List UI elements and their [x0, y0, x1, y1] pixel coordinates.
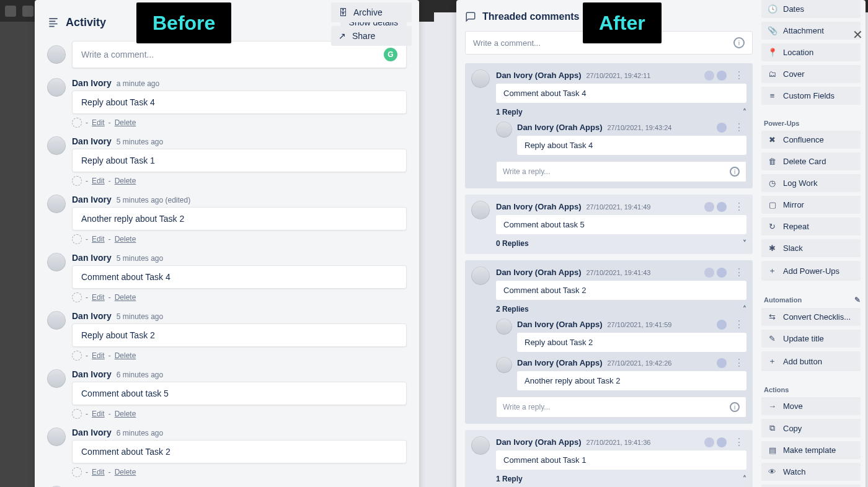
comment-text: Reply about Task 4 [72, 90, 407, 114]
thread-menu-button[interactable]: ⋮ [732, 69, 746, 81]
delete-link[interactable]: Delete [115, 351, 136, 360]
powerup-add-power-ups-button[interactable]: ＋ Add Power-Ups [761, 261, 861, 281]
repeat-icon: ↻ [768, 222, 777, 231]
thread-menu-button[interactable]: ⋮ [732, 436, 746, 448]
edit-link[interactable]: Edit [92, 468, 105, 476]
reaction-icon[interactable] [717, 268, 727, 278]
reply-toggle[interactable]: 1 Reply ˄ [496, 108, 746, 116]
reply-toggle[interactable]: 1 Reply ˄ [496, 475, 746, 483]
dates-icon: 🕓 [768, 4, 777, 14]
powerup-mirror-button[interactable]: ▢ Mirror [761, 196, 861, 214]
write-reply-input[interactable]: Write a reply... i [496, 161, 746, 182]
powerup-confluence-button[interactable]: ✖ Confluence [761, 131, 861, 149]
action-make-template-button[interactable]: ▤ Make template [761, 441, 861, 459]
comment-time: 5 minutes ago [117, 312, 163, 321]
side-btn-label: Custom Fields [783, 91, 835, 100]
pencil-icon[interactable]: ✎ [854, 296, 861, 304]
reply-time: 27/10/2021, 19:41:59 [607, 321, 671, 328]
reply-menu-button[interactable]: ⋮ [732, 357, 746, 369]
powerup-delete-card-button[interactable]: 🗑 Delete Card [761, 152, 861, 170]
card-custom-fields-button[interactable]: ≡ Custom Fields [761, 87, 861, 105]
reply-toggle[interactable]: 0 Replies ˅ [496, 239, 746, 248]
write-reply-input[interactable]: Write a reply... i [496, 397, 746, 418]
card-attachment-button[interactable]: 📎 Attachment [761, 22, 861, 40]
edit-link[interactable]: Edit [92, 410, 105, 418]
reaction-icon[interactable] [704, 202, 714, 212]
share-icon: ↗ [339, 31, 346, 41]
close-panel-button-right[interactable]: ✕ [852, 27, 863, 42]
info-icon[interactable]: i [730, 167, 740, 177]
comment-row: Dan Ivory 5 minutes ago (edited) Another… [47, 195, 407, 244]
info-icon[interactable]: i [733, 37, 745, 48]
reaction-button[interactable] [72, 467, 82, 477]
reaction-icon[interactable] [717, 358, 727, 368]
location-icon: 📍 [768, 48, 777, 57]
log-work-icon: ◷ [768, 178, 777, 188]
card-cover-button[interactable]: 🗂 Cover [761, 65, 861, 83]
write-reply-placeholder: Write a reply... [503, 403, 550, 411]
reaction-button[interactable] [72, 118, 82, 128]
thread-menu-button[interactable]: ⋮ [732, 266, 746, 278]
auto-add-button-button[interactable]: ＋ Add button [761, 351, 861, 371]
side-btn-label: Dates [783, 4, 804, 14]
comment-author: Dan Ivory [72, 78, 112, 88]
action-move-button[interactable]: → Move [761, 397, 861, 415]
edit-link[interactable]: Edit [92, 235, 105, 244]
reaction-icon[interactable] [704, 71, 714, 81]
reply-menu-button[interactable]: ⋮ [732, 318, 746, 330]
delete-link[interactable]: Delete [115, 177, 136, 185]
thread-text: Comment about task 5 [496, 215, 746, 234]
action-archive-button[interactable]: 🗄 Archive [761, 485, 861, 487]
delete-link[interactable]: Delete [115, 468, 136, 476]
delete-link[interactable]: Delete [115, 118, 136, 127]
delete-link[interactable]: Delete [115, 235, 136, 244]
card-dates-button[interactable]: 🕓 Dates [761, 0, 861, 18]
delete-link[interactable]: Delete [115, 410, 136, 418]
reply-count: 0 Replies [496, 239, 529, 248]
info-icon[interactable]: i [730, 402, 740, 412]
comment-time: 6 minutes ago [117, 429, 163, 437]
reply-row: Dan Ivory (Orah Apps) 27/10/2021, 19:41:… [496, 318, 746, 352]
edit-link[interactable]: Edit [92, 177, 105, 185]
reply-author: Dan Ivory (Orah Apps) [517, 358, 602, 367]
reply-text: Reply about Task 4 [517, 136, 746, 155]
edit-link[interactable]: Edit [92, 351, 105, 360]
edit-link[interactable]: Edit [92, 118, 105, 127]
powerup-repeat-button[interactable]: ↻ Repeat [761, 217, 861, 235]
reply-time: 27/10/2021, 19:42:26 [607, 359, 671, 367]
update-title-icon: ✎ [768, 334, 777, 343]
reaction-button[interactable] [72, 292, 82, 302]
reaction-icon[interactable] [717, 320, 727, 330]
action-copy-button[interactable]: ⧉ Copy [761, 419, 861, 437]
comment-author: Dan Ivory [72, 311, 112, 321]
reaction-icon[interactable] [717, 123, 727, 133]
actions-title: Actions [764, 386, 861, 393]
convert-checklis--icon: ⇆ [768, 312, 777, 322]
action-watch-button[interactable]: 👁 Watch [761, 463, 861, 481]
reaction-button[interactable] [72, 176, 82, 186]
threaded-title: Threaded comments [482, 11, 579, 22]
delete-link[interactable]: Delete [115, 293, 136, 302]
reply-menu-button[interactable]: ⋮ [732, 121, 746, 133]
auto-update-title-button[interactable]: ✎ Update title [761, 330, 861, 348]
reply-toggle[interactable]: 2 Replies ˄ [496, 305, 746, 314]
powerup-slack-button[interactable]: ✱ Slack [761, 239, 861, 257]
card-location-button[interactable]: 📍 Location [761, 43, 861, 61]
avatar [471, 266, 490, 285]
avatar [47, 78, 66, 97]
reaction-icon[interactable] [717, 202, 727, 212]
reaction-button[interactable] [72, 409, 82, 419]
share-button[interactable]: ↗ Share [331, 26, 412, 46]
archive-button[interactable]: 🗄 Archive [331, 2, 412, 22]
reaction-icon[interactable] [717, 71, 727, 81]
auto-convert-checklis--button[interactable]: ⇆ Convert Checklis... [761, 308, 861, 326]
chevron-icon: ˄ [743, 475, 746, 483]
edit-link[interactable]: Edit [92, 293, 105, 302]
reaction-button[interactable] [72, 234, 82, 244]
powerup-log-work-button[interactable]: ◷ Log Work [761, 174, 861, 192]
reaction-icon[interactable] [717, 437, 727, 447]
reaction-icon[interactable] [704, 437, 714, 447]
reaction-button[interactable] [72, 351, 82, 361]
reaction-icon[interactable] [704, 268, 714, 278]
thread-menu-button[interactable]: ⋮ [732, 201, 746, 213]
